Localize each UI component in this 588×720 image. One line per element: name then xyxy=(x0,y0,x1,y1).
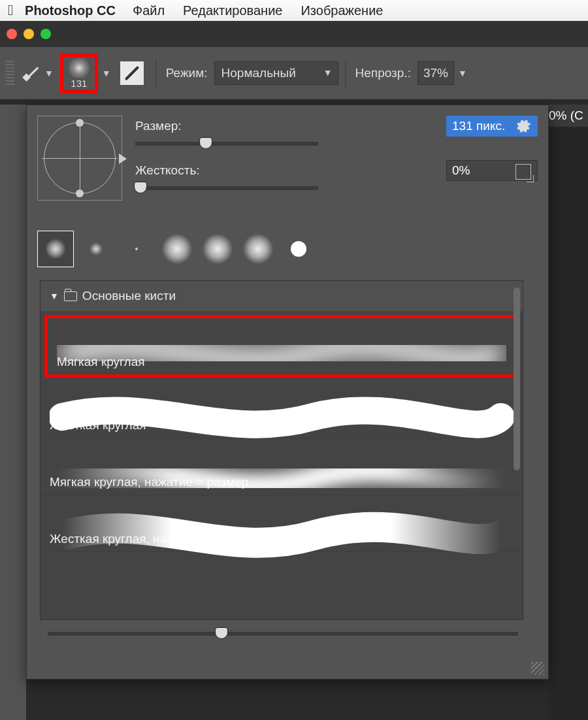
brush-preview-size-slider[interactable] xyxy=(48,632,518,636)
opacity-field[interactable]: 37% xyxy=(417,61,454,85)
folder-label: Основные кисти xyxy=(82,289,176,303)
brush-list-item[interactable]: Мягкая круглая, нажатие = размер xyxy=(41,438,523,495)
blend-mode-dropdown[interactable]: Нормальный ▼ xyxy=(214,61,338,85)
brush-tip-history xyxy=(37,231,538,267)
gear-icon[interactable] xyxy=(514,117,531,134)
brush-size-readout: 131 xyxy=(66,78,92,89)
blend-mode-label: Режим: xyxy=(166,66,208,80)
brush-list: ▼ Основные кисти Мягкая кругл xyxy=(40,280,523,620)
brush-icon xyxy=(25,65,42,82)
size-slider[interactable] xyxy=(135,142,318,146)
menu-file[interactable]: Файл xyxy=(133,3,165,18)
brush-stroke-preview xyxy=(50,500,514,528)
close-window-button[interactable] xyxy=(7,29,17,39)
chevron-down-icon[interactable]: ▼ xyxy=(102,68,111,78)
brush-stroke-preview xyxy=(50,387,514,414)
options-bar-grip[interactable] xyxy=(5,61,14,86)
chevron-down-icon: ▼ xyxy=(44,68,54,78)
scrollbar[interactable] xyxy=(514,287,520,470)
macos-menubar:  Photoshop CC Файл Редактирование Изобр… xyxy=(0,0,588,21)
brush-stroke-preview xyxy=(57,323,506,351)
canvas-area[interactable] xyxy=(549,127,588,720)
brush-preview-icon xyxy=(66,58,92,78)
chevron-down-icon: ▼ xyxy=(323,67,333,78)
brush-list-item[interactable]: Жесткая круглая, нажатие = размер xyxy=(41,495,523,552)
brush-tip-soft[interactable] xyxy=(37,231,74,267)
chevron-down-icon[interactable]: ▼ xyxy=(458,68,467,78)
size-label: Размер: xyxy=(135,119,182,133)
resize-grip-icon[interactable] xyxy=(531,662,544,675)
separator xyxy=(155,59,157,88)
brush-angle-control[interactable] xyxy=(37,116,122,201)
traffic-lights xyxy=(7,29,51,39)
hardness-label: Жесткость: xyxy=(135,163,200,178)
menu-image[interactable]: Изображение xyxy=(301,3,383,18)
tools-panel[interactable] xyxy=(0,105,26,720)
opacity-label: Непрозр.: xyxy=(355,66,411,80)
app-menu[interactable]: Photoshop CC xyxy=(25,3,116,18)
separator xyxy=(345,59,346,88)
zoom-window-button[interactable] xyxy=(41,29,51,39)
brush-tip-soft-small[interactable] xyxy=(78,231,114,267)
brush-tip-large[interactable] xyxy=(240,231,276,267)
tool-options-bar: ▼ 131 ▼ Режим: Нормальный ▼ Непрозр.: 37… xyxy=(0,47,588,99)
brush-preset-picker[interactable]: 131 xyxy=(60,54,98,93)
blend-mode-value: Нормальный xyxy=(221,66,296,80)
brush-tip-large[interactable] xyxy=(199,231,236,267)
brush-preset-panel: Размер: 131 пикс. Жесткость: 0% xyxy=(26,105,549,679)
brush-tip-tiny[interactable] xyxy=(118,231,155,267)
brush-stroke-preview xyxy=(50,444,514,471)
minimize-window-button[interactable] xyxy=(24,29,34,39)
brush-tip-large[interactable] xyxy=(159,231,195,267)
hardness-slider[interactable] xyxy=(135,186,318,190)
window-titlebar xyxy=(0,21,588,47)
chevron-down-icon: ▼ xyxy=(50,291,59,301)
brush-tip-hard[interactable] xyxy=(280,231,317,267)
new-preset-icon[interactable] xyxy=(515,164,531,180)
menu-edit[interactable]: Редактирование xyxy=(183,3,282,18)
brush-tool-select[interactable]: ▼ xyxy=(22,62,56,84)
brush-list-item[interactable]: Жесткая круглая xyxy=(41,382,523,438)
apple-menu-icon[interactable]:  xyxy=(8,2,13,19)
brush-list-item[interactable]: Мягкая круглая xyxy=(44,315,519,378)
brush-settings-toggle[interactable] xyxy=(120,61,144,85)
brush-folder[interactable]: ▼ Основные кисти xyxy=(41,281,523,311)
folder-icon xyxy=(64,291,77,301)
